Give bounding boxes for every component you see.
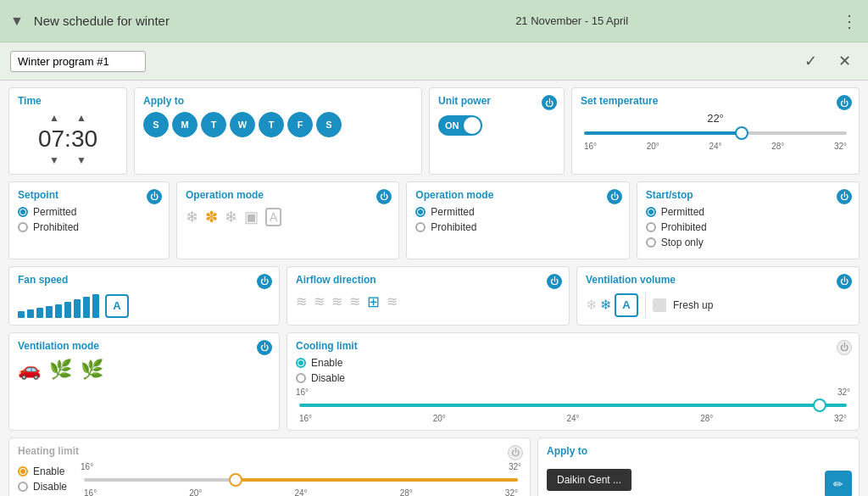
fan-speed-power-icon[interactable]: ⏻: [257, 274, 272, 289]
start-stop-permitted-option[interactable]: Permitted: [646, 206, 850, 218]
day-monday[interactable]: M: [172, 112, 198, 137]
setpoint-card: Setpoint ⏻ Permitted Prohibited: [8, 181, 170, 259]
temp-label-16: 16°: [584, 142, 597, 151]
operation-mode-radio-power-icon[interactable]: ⏻: [607, 189, 622, 204]
operation-mode-icons-card: Operation mode ⏻ ❄ ✽ ❄ ▣ A: [176, 181, 399, 259]
subheader: ✓ ✕: [0, 42, 868, 81]
mode-cool-icon[interactable]: ❄: [225, 208, 237, 226]
ventmode-icon-2[interactable]: 🌿: [49, 359, 72, 381]
airflow-power-icon[interactable]: ⏻: [547, 274, 562, 289]
setpoint-power-icon[interactable]: ⏻: [147, 189, 162, 204]
ventmode-icon-3[interactable]: 🌿: [81, 359, 103, 381]
airflow-icon-6[interactable]: ≋: [387, 293, 398, 309]
fan-bar-2: [27, 309, 34, 318]
heating-enable-option[interactable]: Enable: [18, 465, 67, 477]
opmode-permitted-option[interactable]: Permitted: [415, 206, 620, 218]
temperature-slider-track: [584, 131, 847, 135]
time-card: Time ▲ ▲ 07:30 ▼ ▼: [8, 87, 127, 175]
start-stop-prohibited-option[interactable]: Prohibited: [646, 221, 850, 233]
fan-bar-3: [36, 308, 43, 318]
start-stop-power-icon[interactable]: ⏻: [837, 189, 852, 204]
opmode-prohibited-option[interactable]: Prohibited: [415, 221, 620, 233]
heating-limit-power-icon[interactable]: ⏻: [508, 445, 523, 460]
opmode-permitted-radio: [415, 207, 426, 217]
setpoint-title: Setpoint: [18, 189, 160, 201]
ventilation-volume-power-icon[interactable]: ⏻: [837, 274, 852, 289]
cooling-enable-option[interactable]: Enable: [296, 357, 850, 369]
start-stop-permitted-radio: [646, 207, 656, 217]
day-saturday[interactable]: S: [316, 112, 342, 137]
setpoint-permitted-option[interactable]: Permitted: [18, 206, 160, 218]
heating-disable-option[interactable]: Disable: [18, 481, 67, 493]
mode-fan-icon[interactable]: ❄: [186, 208, 198, 226]
temperature-slider-thumb[interactable]: [735, 126, 748, 140]
day-friday[interactable]: F: [287, 112, 313, 137]
start-stop-card: Start/stop ⏻ Permitted Prohibited Stop o…: [637, 181, 860, 259]
cancel-button[interactable]: ✕: [831, 47, 858, 75]
heating-slider-thumb[interactable]: [229, 473, 242, 487]
airflow-icons-row: ≋ ≋ ≋ ≋ ⊞ ≋: [296, 293, 560, 311]
edit-device-button[interactable]: ✏: [825, 471, 852, 496]
confirm-button[interactable]: ✓: [797, 47, 824, 75]
time-up-controls: ▲ ▲: [18, 112, 118, 124]
airflow-icon-1[interactable]: ≋: [296, 293, 307, 309]
ventilation-mode-power-icon[interactable]: ⏻: [257, 340, 272, 355]
start-stop-stoponly-option[interactable]: Stop only: [646, 237, 850, 248]
cooling-limit-radio-group: Enable Disable: [296, 357, 850, 384]
setpoint-permitted-radio: [18, 207, 28, 217]
mode-heat-icon[interactable]: ✽: [205, 208, 218, 226]
unit-power-toggle-container: ON: [438, 115, 555, 136]
start-stop-stoponly-label: Stop only: [661, 237, 704, 248]
start-stop-permitted-label: Permitted: [661, 206, 704, 218]
operation-mode-icons-power-icon[interactable]: ⏻: [376, 189, 392, 204]
mode-auto-icon[interactable]: A: [265, 208, 281, 226]
ventilation-volume-content: ❄ ❄ A Fresh up: [586, 293, 850, 318]
heating-enable-radio: [18, 466, 28, 476]
device-name-button[interactable]: Daikin Gent ...: [547, 469, 632, 491]
fan-auto-button[interactable]: A: [105, 294, 129, 318]
mode-dry-icon[interactable]: ▣: [244, 208, 259, 226]
fan-speed-title: Fan speed: [18, 274, 270, 286]
set-temperature-power-icon[interactable]: ⏻: [837, 95, 852, 110]
unit-power-title: Unit power: [438, 95, 555, 107]
heating-enable-label: Enable: [33, 465, 64, 477]
back-arrow-icon[interactable]: ▼: [10, 14, 24, 29]
more-options-icon[interactable]: ⋮: [841, 11, 858, 31]
toggle-knob: [464, 117, 481, 134]
ventmode-icon-1[interactable]: 🚗: [18, 359, 41, 381]
airflow-icon-4[interactable]: ≋: [349, 293, 360, 309]
days-row: S M T W T F S: [143, 112, 413, 137]
airflow-icon-5[interactable]: ⊞: [367, 293, 380, 311]
unit-power-icon[interactable]: ⏻: [542, 95, 557, 110]
day-sunday[interactable]: S: [143, 112, 169, 137]
cooling-disable-label: Disable: [311, 372, 345, 384]
hours-down-button[interactable]: ▼: [49, 154, 59, 166]
heat-label-24: 24°: [294, 488, 307, 496]
setpoint-prohibited-option[interactable]: Prohibited: [18, 221, 160, 233]
temperature-slider-labels: 16° 20° 24° 28° 32°: [584, 142, 847, 151]
unit-power-toggle[interactable]: ON: [438, 115, 482, 136]
airflow-icon-3[interactable]: ≋: [331, 293, 342, 309]
cool-label-16: 16°: [299, 414, 312, 423]
ventilation-mode-card: Ventilation mode ⏻ 🚗 🌿 🌿: [8, 332, 280, 431]
day-wednesday[interactable]: W: [230, 112, 255, 137]
apply-to-device-title: Apply to: [547, 445, 850, 457]
minutes-down-button[interactable]: ▼: [76, 154, 86, 166]
minutes-up-button[interactable]: ▲: [76, 112, 86, 124]
program-name-input[interactable]: [10, 51, 146, 72]
apply-to-device-card: Apply to Daikin Gent ... ✏: [537, 437, 860, 496]
heating-slider-section: 16° 32° 16° 20° 24° 28° 32°: [81, 462, 521, 496]
cooling-limit-power-icon[interactable]: ⏻: [837, 340, 852, 355]
vent-vol-fan-icon: ❄: [586, 297, 597, 313]
airflow-icon-2[interactable]: ≋: [314, 293, 325, 309]
day-tuesday[interactable]: T: [201, 112, 226, 137]
day-thursday[interactable]: T: [259, 112, 284, 137]
cooling-disable-option[interactable]: Disable: [296, 372, 850, 384]
cooling-slider-container: 16° 20° 24° 28° 32°: [296, 404, 850, 423]
temp-label-32: 32°: [834, 142, 847, 151]
hours-up-button[interactable]: ▲: [49, 112, 59, 124]
ventilation-mode-icons: 🚗 🌿 🌿: [18, 359, 270, 381]
vent-vol-auto-button[interactable]: A: [615, 293, 638, 317]
cooling-slider-thumb[interactable]: [813, 398, 826, 412]
vent-separator: [645, 293, 646, 318]
